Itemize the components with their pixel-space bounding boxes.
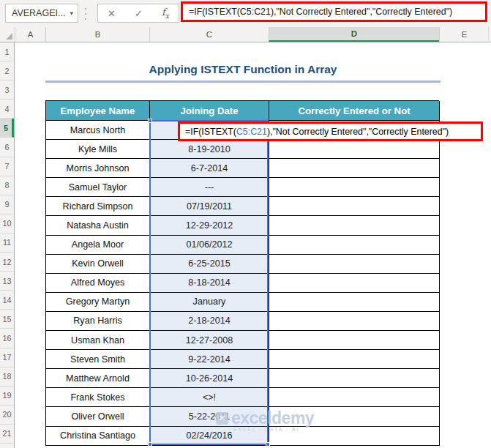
watermark-subtitle: EXCEL - DATA - BI: [233, 427, 314, 432]
employee-name-cell[interactable]: Morris Johnson: [46, 159, 150, 178]
name-box-value: AVERAGEI...: [12, 8, 65, 18]
employee-name-cell[interactable]: Frank Stokes: [46, 388, 150, 407]
column-header-a[interactable]: A: [15, 27, 45, 42]
row-header[interactable]: 18: [0, 367, 14, 387]
row-header[interactable]: 7: [0, 157, 14, 176]
result-cell[interactable]: [269, 216, 440, 235]
row-header[interactable]: 17: [0, 348, 14, 367]
row-header[interactable]: 15: [0, 310, 14, 329]
row-header[interactable]: 8: [0, 176, 14, 195]
result-cell[interactable]: [269, 159, 440, 178]
row-header[interactable]: 6: [0, 138, 14, 157]
row-header[interactable]: 19: [0, 387, 14, 406]
cell-edit-formula[interactable]: =IF(ISTEXT(C5:C21),"Not Correctly Entere…: [178, 122, 483, 141]
employee-name-cell[interactable]: Natasha Austin: [46, 216, 150, 235]
row-header[interactable]: 14: [0, 291, 14, 310]
header-joining-date[interactable]: Joining Date: [150, 101, 269, 121]
employee-name-cell[interactable]: Samuel Taylor: [46, 178, 150, 197]
result-cell[interactable]: [269, 255, 440, 274]
cell-formula-prefix: =IF(ISTEXT(: [185, 127, 236, 137]
header-correctly-entered[interactable]: Correctly Entered or Not: [269, 101, 440, 121]
row-header[interactable]: 20: [0, 406, 14, 425]
insert-function-icon[interactable]: fx: [162, 7, 169, 20]
chevron-down-icon[interactable]: ▾: [70, 10, 73, 17]
watermark-text: exceldemy: [231, 411, 314, 425]
row-header[interactable]: 2: [0, 61, 14, 81]
result-cell[interactable]: [269, 274, 440, 293]
column-header-e[interactable]: E: [439, 27, 489, 42]
table-header-row: Employee Name Joining Date Correctly Ent…: [46, 101, 439, 121]
result-cell[interactable]: [269, 178, 440, 197]
row-header[interactable]: 13: [0, 272, 14, 291]
exceldemy-logo-icon: ✕: [216, 412, 228, 425]
column-header-row: A B C D E: [0, 27, 491, 42]
employee-name-cell[interactable]: Gregory Martyn: [46, 293, 150, 312]
employee-name-cell[interactable]: Kevin Orwell: [46, 255, 150, 274]
employee-name-cell[interactable]: Oliver Orwell: [46, 407, 150, 426]
result-cell[interactable]: [269, 293, 440, 312]
range-selection-fill: [149, 120, 269, 445]
row-header[interactable]: 10: [0, 214, 14, 234]
row-header[interactable]: 11: [0, 234, 14, 253]
select-all-corner[interactable]: [0, 27, 15, 42]
result-cell[interactable]: [269, 331, 440, 350]
row-header[interactable]: 16: [0, 329, 14, 348]
employee-name-cell[interactable]: Alfred Moyes: [46, 274, 150, 293]
employee-name-cell[interactable]: Christina Santiago: [46, 427, 150, 446]
employee-name-cell[interactable]: Matthew Arnold: [46, 369, 150, 388]
enter-icon[interactable]: ✓: [135, 9, 143, 18]
select-all-icon: [6, 33, 12, 40]
employee-name-cell[interactable]: Kyle Mills: [46, 140, 150, 159]
excel-window: AVERAGEI... ▾ ✕ ✓ fx =IF(ISTEXT(C5:C21),…: [0, 0, 491, 448]
result-cell[interactable]: [269, 312, 440, 331]
row-header[interactable]: 4: [0, 100, 14, 119]
row-header[interactable]: 12: [0, 253, 14, 272]
result-cell[interactable]: [269, 388, 440, 407]
row-header[interactable]: 3: [0, 81, 14, 100]
column-header-c[interactable]: C: [149, 27, 269, 42]
row-header[interactable]: 9: [0, 195, 14, 214]
header-employee-name[interactable]: Employee Name: [46, 101, 150, 121]
name-box[interactable]: AVERAGEI... ▾: [5, 4, 78, 23]
employee-name-cell[interactable]: Steven Smith: [46, 350, 150, 369]
employee-name-cell[interactable]: Marcus North: [46, 121, 150, 140]
row-header[interactable]: 1: [0, 42, 14, 61]
result-cell[interactable]: [269, 140, 440, 159]
column-header-b[interactable]: B: [45, 27, 149, 42]
employee-name-cell[interactable]: Richard Simpson: [46, 197, 150, 216]
row-header-gutter: 1 2 3 4 5 6 7 8 9 10 11 12 13 14 15 16 1…: [0, 42, 15, 448]
result-cell[interactable]: [269, 197, 440, 216]
formula-bar-text: =IF(ISTEXT(C5:C21),"Not Correctly Entere…: [189, 7, 452, 17]
result-cell[interactable]: [269, 350, 440, 369]
employee-name-cell[interactable]: Ryan Harris: [46, 312, 150, 331]
toolbar-separator: [84, 8, 87, 20]
cancel-icon[interactable]: ✕: [108, 9, 116, 18]
employee-name-cell[interactable]: Angela Moor: [46, 236, 150, 255]
column-header-d-selected[interactable]: D: [269, 27, 439, 42]
watermark: ✕ exceldemy EXCEL - DATA - BI: [216, 411, 314, 432]
worksheet-title: Applying ISTEXT Function in Array: [45, 60, 441, 79]
worksheet: 1 2 3 4 5 6 7 8 9 10 11 12 13 14 15 16 1…: [0, 42, 491, 448]
row-header[interactable]: 21: [0, 425, 14, 444]
formula-bar-input[interactable]: =IF(ISTEXT(C5:C21),"Not Correctly Entere…: [181, 1, 487, 22]
title-underline: [45, 81, 441, 83]
formula-buttons: ✕ ✓ fx: [97, 4, 179, 23]
result-cell[interactable]: [269, 369, 440, 388]
formula-toolbar: AVERAGEI... ▾ ✕ ✓ fx =IF(ISTEXT(C5:C21),…: [0, 0, 491, 27]
result-cell[interactable]: [269, 236, 440, 255]
row-header[interactable]: 5: [0, 119, 14, 138]
cell-formula-suffix: ),"Not Correctly Entered","Correctly Ent…: [267, 127, 449, 137]
employee-name-cell[interactable]: Usman Khan: [46, 331, 150, 350]
cell-formula-range-ref: C5:C21: [236, 127, 267, 137]
